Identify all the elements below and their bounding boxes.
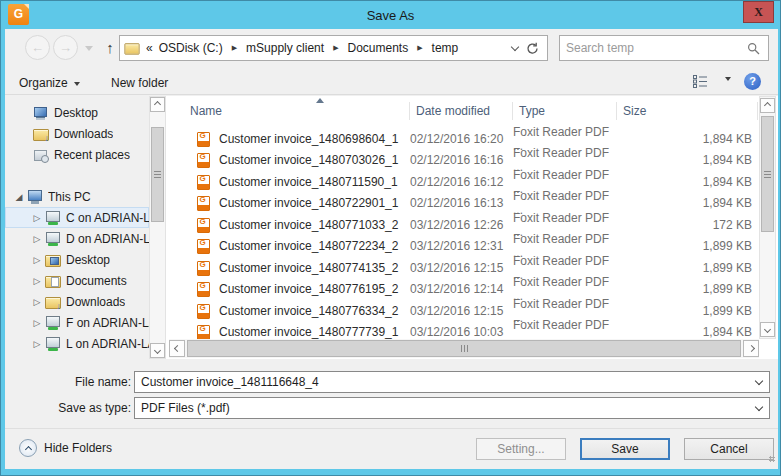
file-row[interactable]: Customer invoice_1480774135_2 03/12/2016… — [166, 257, 778, 279]
scroll-up-button[interactable] — [150, 97, 165, 112]
sidebar-item-icon — [33, 105, 49, 121]
file-row[interactable]: Customer invoice_1480776334_2 03/12/2016… — [166, 300, 778, 322]
tree-expander-icon[interactable]: ▷ — [29, 276, 45, 286]
tree-expander-icon[interactable]: ◢ — [11, 192, 27, 202]
file-row[interactable]: Customer invoice_1480722901_1 02/12/2016… — [166, 193, 778, 215]
sidebar-item-label: Desktop — [66, 253, 110, 267]
file-size: 1,899 KB — [617, 304, 752, 318]
back-button[interactable]: ← — [25, 35, 50, 60]
breadcrumb-separator-icon: ▶ — [326, 44, 345, 52]
list-vertical-scrollbar[interactable] — [759, 96, 776, 339]
resize-grip[interactable] — [769, 456, 775, 462]
file-name: Customer invoice_1480774135_2 — [219, 261, 410, 275]
column-header-type[interactable]: Type — [513, 96, 617, 126]
file-name-input[interactable] — [135, 375, 756, 389]
sidebar-item[interactable]: ▷ Desktop — [5, 249, 149, 270]
sidebar-item[interactable]: ◢ This PC — [5, 186, 149, 207]
scrollbar-thumb[interactable] — [761, 116, 774, 232]
breadcrumb-label[interactable]: OSDisk (C:) — [157, 39, 225, 57]
save-as-type-dropdown-chevron-icon[interactable] — [755, 403, 763, 411]
sidebar-item[interactable]: ▷ F on ADRIAN-LA — [5, 312, 149, 333]
sidebar-item[interactable]: ▷ D on ADRIAN-LA — [5, 228, 149, 249]
new-folder-button[interactable]: New folder — [111, 73, 168, 93]
sidebar-item[interactable]: ▷ — [5, 354, 149, 359]
file-row[interactable]: Customer invoice_1480703026_1 02/12/2016… — [166, 150, 778, 172]
file-row[interactable]: Customer invoice_1480772234_2 03/12/2016… — [166, 236, 778, 258]
view-options-icon[interactable] — [693, 75, 708, 91]
file-row[interactable]: Customer invoice_1480771033_2 03/12/2016… — [166, 214, 778, 236]
tree-expander-icon[interactable]: ▷ — [29, 318, 45, 328]
scroll-left-button[interactable] — [169, 340, 185, 357]
sidebar-item-icon — [33, 126, 49, 142]
cancel-button[interactable]: Cancel — [684, 438, 774, 460]
file-name-dropdown-chevron-icon[interactable] — [755, 377, 763, 385]
file-row[interactable]: Customer invoice_1480776195_2 03/12/2016… — [166, 279, 778, 301]
help-button[interactable]: ? — [744, 73, 761, 90]
save-button[interactable]: Save — [580, 438, 670, 460]
sidebar-item[interactable]: ▷ C on ADRIAN-LA — [5, 207, 149, 228]
breadcrumb: OSDisk (C:) ▶ mSupply client ▶ Documents… — [157, 39, 508, 57]
sidebar-item-icon — [27, 189, 43, 205]
list-horizontal-scrollbar[interactable] — [169, 339, 759, 358]
search-input[interactable] — [560, 41, 747, 55]
scroll-right-button[interactable] — [743, 340, 759, 357]
up-button[interactable]: ↑ — [100, 36, 120, 60]
save-as-type-value[interactable] — [135, 401, 756, 415]
view-options-chevron-icon[interactable] — [725, 77, 731, 81]
sidebar-scrollbar[interactable] — [149, 96, 166, 359]
scrollbar-thumb[interactable] — [151, 127, 164, 222]
pdf-file-icon — [196, 303, 211, 319]
refresh-icon[interactable] — [526, 42, 539, 55]
close-button[interactable]: X — [743, 1, 774, 23]
file-row[interactable]: Customer invoice_1480711590_1 02/12/2016… — [166, 171, 778, 193]
address-dropdown-chevron-icon[interactable] — [511, 42, 519, 50]
tree-expander-icon[interactable]: ▷ — [29, 297, 45, 307]
chevron-down-icon — [74, 82, 80, 86]
column-header-size[interactable]: Size — [617, 96, 758, 126]
sidebar-item[interactable]: Recent places — [5, 144, 149, 165]
scroll-down-button[interactable] — [760, 322, 775, 337]
breadcrumb-separator-icon: ▶ — [225, 44, 244, 52]
tree-expander-icon[interactable]: ▷ — [29, 234, 45, 244]
breadcrumb-item: temp ▶ — [430, 39, 461, 57]
sidebar-item[interactable]: ▷ Downloads — [5, 291, 149, 312]
search-icon[interactable] — [747, 42, 760, 55]
organize-label: Organize — [19, 76, 68, 90]
save-as-type-combo[interactable] — [134, 397, 770, 419]
file-name: Customer invoice_1480711590_1 — [219, 175, 410, 189]
folder-icon — [124, 40, 139, 55]
forward-button[interactable]: → — [53, 35, 78, 60]
scroll-down-button[interactable] — [150, 343, 165, 358]
breadcrumb-separator-icon: ▶ — [410, 44, 429, 52]
tree-expander-icon[interactable]: ▷ — [29, 213, 45, 223]
hide-folders-button[interactable]: Hide Folders — [19, 439, 112, 457]
scrollbar-thumb[interactable] — [187, 340, 741, 357]
tree-expander-icon[interactable]: ▷ — [29, 339, 45, 349]
sidebar-item[interactable]: Downloads — [5, 123, 149, 144]
organize-button[interactable]: Organize — [19, 73, 80, 93]
sidebar-item[interactable]: ▷ L on ADRIAN-LA — [5, 333, 149, 354]
column-header-name[interactable]: Name — [166, 96, 410, 126]
breadcrumb-label[interactable]: Documents — [346, 39, 411, 57]
sidebar-item[interactable] — [5, 165, 149, 186]
sidebar-item-icon — [45, 357, 61, 360]
tree-expander-icon[interactable]: ▷ — [29, 255, 45, 265]
sidebar-item-label: C on ADRIAN-LA — [66, 211, 149, 225]
breadcrumb-label[interactable]: temp — [430, 39, 461, 57]
sidebar-item-icon — [45, 336, 61, 352]
scroll-up-button[interactable] — [760, 98, 775, 113]
column-header-date-modified[interactable]: Date modified — [410, 96, 513, 126]
hide-folders-label: Hide Folders — [44, 441, 112, 455]
sidebar-item-label: Downloads — [66, 295, 125, 309]
file-row[interactable]: Customer invoice_1480698604_1 02/12/2016… — [166, 128, 778, 150]
file-size: 1,899 KB — [617, 282, 752, 296]
file-name: Customer invoice_1480698604_1 — [219, 132, 410, 146]
setting-button[interactable]: Setting... — [476, 438, 566, 460]
recent-locations-chevron-icon[interactable] — [85, 46, 93, 51]
address-bar[interactable]: « OSDisk (C:) ▶ mSupply client ▶ — [119, 35, 548, 61]
column-divider[interactable] — [757, 102, 758, 120]
sidebar-item[interactable]: Desktop — [5, 102, 149, 123]
sidebar-item-icon — [45, 252, 61, 268]
sidebar-item[interactable]: ▷ Documents — [5, 270, 149, 291]
breadcrumb-label[interactable]: mSupply client — [244, 39, 326, 57]
